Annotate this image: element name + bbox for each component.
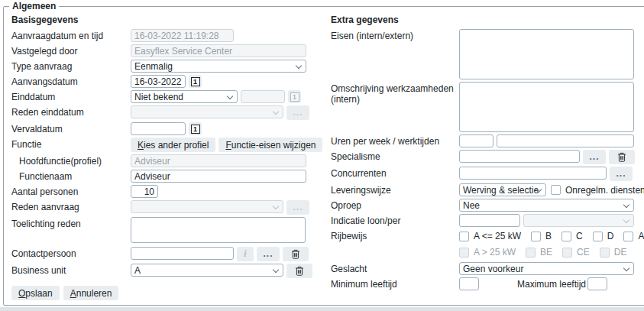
groupbox-title: Algemeen — [9, 1, 59, 11]
contactpersoon-field[interactable] — [131, 247, 234, 260]
einddatum-calendar-button: 1 — [288, 90, 301, 103]
chevron-down-icon — [623, 217, 629, 223]
omschrijving-textarea[interactable] — [459, 82, 634, 132]
leveringswijze-value: Werving & selectie — [463, 185, 539, 196]
leveringswijze-label: Leveringswijze — [331, 183, 459, 196]
onregelm-diensten-checkbox[interactable] — [551, 185, 561, 195]
row-leveringswijze: Leveringswijze Werving & selectie Onrege… — [331, 183, 644, 196]
aanvangsdatum-calendar-button[interactable]: 1 — [189, 75, 202, 88]
vastgelegd-door-label: Vastgelegd door — [11, 44, 131, 57]
chevron-down-icon — [273, 109, 279, 115]
rijbewijs-de-checkbox — [600, 248, 610, 258]
omschrijving-label: Omschrijving werkzaamheden (intern) — [331, 82, 459, 105]
rijbewijs-a25kw-label: A > 25 kW — [474, 247, 516, 258]
row-specialisme: Specialisme ... — [331, 150, 644, 164]
business-unit-value: A — [134, 265, 141, 276]
functie-eisen-wijzigen-button[interactable]: Functie-eisen wijzigen — [218, 138, 322, 152]
row-business-unit: Business unit A — [11, 264, 323, 278]
geslacht-select[interactable]: Geen voorkeur — [459, 262, 634, 275]
rijbewijs-be-label: BE — [540, 247, 552, 258]
rijbewijs-row-1: A <= 25 kW B C D AM — [459, 231, 644, 241]
row-omschrijving: Omschrijving werkzaamheden (intern) — [331, 82, 644, 132]
rijbewijs-d-item: D — [593, 231, 614, 241]
rijbewijs-label: Rijbewijs — [331, 229, 459, 241]
reden-einddatum-select — [131, 105, 283, 118]
opslaan-button[interactable]: Opslaan — [11, 286, 60, 300]
business-unit-label: Business unit — [11, 264, 131, 276]
oproep-select[interactable]: Nee — [459, 199, 634, 212]
info-icon: i — [244, 248, 246, 260]
functienaam-field[interactable] — [131, 170, 306, 183]
maximum-leeftijd-field[interactable] — [587, 277, 607, 290]
row-concurrenten: Concurrenten ... — [331, 167, 644, 181]
werktijden-field[interactable] — [497, 134, 634, 147]
aanvangsdatum-label: Aanvangsdatum — [11, 75, 131, 87]
annuleren-button[interactable]: Annuleren — [63, 286, 119, 300]
einddatum-select[interactable]: Niet bekend — [131, 90, 238, 103]
geslacht-value: Geen voorkeur — [463, 264, 523, 274]
form-page: Algemeen Basisgegevens Aanvraagdatum en … — [0, 0, 644, 307]
vervaldatum-calendar-button[interactable]: 1 — [189, 122, 202, 135]
ellipsis-icon: ... — [263, 252, 273, 256]
concurrenten-more-button[interactable]: ... — [610, 167, 633, 181]
chevron-down-icon — [227, 93, 233, 99]
aanvraagdatum-field — [131, 29, 234, 42]
indicatie-loon-field[interactable] — [459, 214, 520, 227]
eisen-textarea[interactable] — [459, 29, 634, 79]
row-vervaldatum: Vervaldatum 1 — [11, 122, 323, 135]
concurrenten-field[interactable] — [459, 167, 607, 180]
uren-per-week-field[interactable] — [459, 134, 494, 147]
rijbewijs-ce-item: CE — [562, 247, 590, 258]
minimum-leeftijd-field[interactable] — [459, 277, 479, 290]
rijbewijs-am-checkbox[interactable] — [623, 232, 633, 241]
type-aanvraag-select[interactable]: Eenmalig — [131, 60, 306, 73]
specialisme-more-button[interactable]: ... — [583, 150, 606, 164]
reden-aanvraag-label: Reden aanvraag — [11, 200, 131, 212]
rijbewijs-a25-checkbox[interactable] — [459, 232, 469, 241]
rijbewijs-row-2: A > 25 kW BE CE DE — [459, 247, 644, 258]
toelichting-reden-textarea[interactable] — [131, 217, 306, 243]
basisgegevens-column: Basisgegevens Aanvraagdatum en tijd Vast… — [8, 12, 323, 305]
row-vastgelegd-door: Vastgelegd door — [11, 44, 323, 57]
rijbewijs-de-label: DE — [614, 247, 627, 258]
specialisme-delete-button[interactable] — [609, 150, 635, 164]
row-oproep: Oproep Nee — [331, 199, 644, 212]
row-contactpersoon: Contactpersoon i ... — [11, 247, 323, 261]
type-aanvraag-value: Eenmalig — [134, 61, 173, 72]
reden-aanvraag-more-button: ... — [286, 200, 309, 215]
chevron-down-icon — [296, 63, 302, 69]
aanvraagdatum-label: Aanvraagdatum en tijd — [11, 29, 131, 41]
vervaldatum-field[interactable] — [131, 122, 186, 135]
rijbewijs-c-checkbox[interactable] — [561, 232, 571, 241]
einddatum-date-field — [241, 90, 285, 103]
rijbewijs-d-checkbox[interactable] — [593, 232, 603, 241]
vastgelegd-door-field — [131, 44, 306, 57]
rijbewijs-b-label: B — [545, 231, 552, 241]
onregelm-diensten-label: Onregelm. diensten — [565, 185, 644, 196]
contactpersoon-delete-button[interactable] — [283, 247, 309, 261]
leveringswijze-select[interactable]: Werving & selectie — [459, 183, 546, 196]
row-toelichting-reden: Toelichting reden — [11, 217, 323, 243]
ellipsis-icon: ... — [589, 155, 599, 159]
row-rijbewijs: Rijbewijs A <= 25 kW B C D AM A > 25 kW … — [331, 229, 644, 258]
rijbewijs-b-checkbox[interactable] — [531, 232, 541, 241]
rijbewijs-de-item: DE — [600, 247, 627, 258]
kies-ander-profiel-button[interactable]: Kies ander profiel — [131, 138, 215, 152]
rijbewijs-a25kw-checkbox — [459, 248, 469, 258]
business-unit-select[interactable]: A — [131, 264, 283, 277]
row-aantal-personen: Aantal personen — [11, 185, 323, 198]
einddatum-label: Einddatum — [11, 90, 131, 102]
chevron-down-icon — [623, 202, 629, 208]
calendar-icon: 1 — [290, 92, 299, 102]
contactpersoon-more-button[interactable]: ... — [257, 247, 280, 261]
rijbewijs-c-item: C — [561, 231, 583, 241]
row-type-aanvraag: Type aanvraag Eenmalig — [11, 60, 323, 73]
oproep-value: Nee — [463, 200, 480, 211]
aantal-personen-field[interactable] — [131, 185, 158, 198]
specialisme-field[interactable] — [459, 150, 580, 163]
chevron-down-icon — [273, 203, 279, 209]
row-geslacht: Geslacht Geen voorkeur — [331, 262, 644, 275]
rijbewijs-a25-item: A <= 25 kW — [459, 231, 521, 241]
business-unit-delete-button[interactable] — [286, 264, 312, 278]
aanvangsdatum-field[interactable] — [131, 75, 186, 88]
